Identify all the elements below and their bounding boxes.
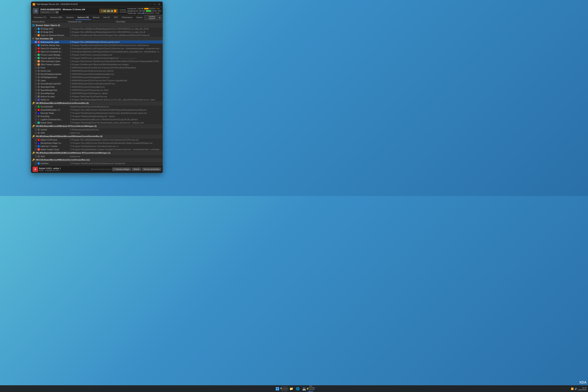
- table-body[interactable]: 🌐 Browser Helper Objects (3) E IEToEdge …: [31, 24, 163, 166]
- table-row[interactable]: O Opera GX scheduled as... C:\Users\joao…: [31, 47, 163, 50]
- table-row[interactable]: ⚙ SecureBootEncodeUEFI C:\WINDOWS\system…: [31, 82, 163, 85]
- row-checkbox[interactable]: [35, 142, 37, 144]
- table-row[interactable]: S SecurityHealth %windir%\system32\Secur…: [31, 105, 163, 108]
- table-row[interactable]: L Logitech Download Assi... C:\Windows\s…: [31, 118, 163, 121]
- table-row[interactable]: N Nearby Share "C:\Program Files\Google\…: [31, 121, 163, 124]
- row-checkbox[interactable]: [35, 67, 37, 68]
- group-browser-helper[interactable]: 🌐 Browser Helper Objects (3): [31, 24, 163, 27]
- table-row[interactable]: E IEToEdge BHO C:\Program Files (x86)\Mi…: [31, 27, 163, 30]
- table-row[interactable]: S Seelen-UI C:\Program Files\WindowsApps…: [31, 98, 163, 102]
- tab-services[interactable]: Services (285): [48, 16, 64, 20]
- row-checkbox[interactable]: [35, 80, 37, 82]
- group-task-scheduler[interactable]: ⏱ Task Scheduler (19): [31, 37, 163, 40]
- minimize-all-btn[interactable]: Minimize all windows: [142, 168, 161, 171]
- tab-diskio[interactable]: Disk I/O: [102, 16, 112, 20]
- table-row[interactable]: O Office Feature Updates ... C:\Program …: [31, 63, 163, 66]
- row-checkbox[interactable]: [35, 106, 37, 108]
- table-row[interactable]: A ActionLauncher_joaoc C:\Program Files …: [31, 40, 163, 44]
- row-checkbox[interactable]: [35, 70, 37, 72]
- table-row[interactable]: P Process Lasso Manage... C:\Program Fil…: [31, 53, 163, 56]
- row-checkbox[interactable]: [35, 148, 37, 150]
- row-checkbox[interactable]: [35, 145, 37, 147]
- group-hkcu-run[interactable]: 🔑 HKCU\Software\Microsoft\Windows\Curren…: [31, 158, 163, 162]
- remove-autoruns-btn[interactable]: Remove checked autoruns: [91, 168, 112, 170]
- app-title: JOAO-HUAWEIXPRO - Windows 11 Home x64: [40, 8, 85, 10]
- table-row[interactable]: ⚙ DXGIAdapterCache C:\WINDOWS\system32\d…: [31, 76, 163, 79]
- table-row[interactable]: W Wondershare Helper Co... "C:\Program F…: [31, 142, 163, 145]
- row-checkbox[interactable]: [35, 54, 37, 56]
- table-row[interactable]: ⚙ Device User C:\WINDOWS\system32\device…: [31, 69, 163, 72]
- tab-network[interactable]: Network: [91, 16, 102, 20]
- table-row[interactable]: P Session agent for Proce... "C:\Program…: [31, 56, 163, 60]
- row-checkbox[interactable]: [35, 28, 37, 30]
- row-checkbox[interactable]: [35, 129, 37, 130]
- row-checkbox[interactable]: [35, 89, 37, 91]
- row-checkbox[interactable]: [35, 118, 37, 120]
- row-checkbox[interactable]: [35, 86, 37, 88]
- row-checkbox[interactable]: [35, 162, 37, 164]
- desktop-explorer-btn[interactable]: Desktop Explorer ⚙: [144, 15, 162, 20]
- group-hklm-wow-winlogon[interactable]: 🔑 HKLM\Software\Wow6432Node\Microsoft\Wi…: [31, 151, 163, 155]
- minimize-window-btn[interactable]: −: [148, 3, 152, 6]
- row-checkbox[interactable]: [35, 41, 37, 43]
- row-checkbox[interactable]: [35, 156, 37, 157]
- row-checkbox[interactable]: [35, 48, 37, 50]
- row-checkbox[interactable]: [35, 139, 37, 141]
- table-row[interactable]: O Office Automatic Updat... C:\Program F…: [31, 60, 163, 63]
- table-row[interactable]: ⚙ Logon C:\WINDOWS\system32\ProvTool.exe…: [31, 79, 163, 82]
- table-row[interactable]: W Recorder Plugin "C:\Program Files\Wond…: [31, 112, 163, 115]
- row-checkbox[interactable]: [35, 73, 37, 75]
- refresh-btn[interactable]: Refresh: [132, 168, 141, 171]
- table-row[interactable]: E IEToEdge BHO C:\Program Files (x86)\Mi…: [31, 30, 163, 34]
- row-checkbox[interactable]: [35, 112, 37, 114]
- group-hklm-winlogon[interactable]: 🔑 HKLM\Software\Microsoft\Windows NT\Cur…: [31, 124, 163, 128]
- table-row[interactable]: P Autorun for joaoc C:\Program Files\Pow…: [31, 95, 163, 98]
- filter-clear-btn[interactable]: ✕: [56, 11, 58, 14]
- row-checkbox[interactable]: [35, 132, 37, 134]
- group-hklm-run[interactable]: 🔑 HKLM\Software\Microsoft\Windows\Curren…: [31, 102, 163, 105]
- row-checkbox[interactable]: [35, 115, 37, 117]
- row-checkbox[interactable]: [35, 31, 37, 33]
- group-hklm-wow-run[interactable]: 🔑 HKLM\Software\Wow6432Node\Microsoft\Wi…: [31, 134, 163, 138]
- elevate-btn[interactable]: 🛡 Elevate privileges: [112, 168, 131, 171]
- table-row[interactable]: ⚙ UserInit C:\Windows\system32\userinit.…: [31, 128, 163, 131]
- row-checkbox[interactable]: [35, 76, 37, 78]
- table-row[interactable]: A Adobe Creative Cloud "C:\Program Files…: [31, 148, 163, 151]
- tab-processes[interactable]: Processes (71): [32, 16, 48, 20]
- row-checkbox[interactable]: [35, 96, 37, 98]
- row-checkbox[interactable]: [35, 109, 37, 111]
- row-checkbox[interactable]: [35, 51, 37, 52]
- table-row[interactable]: A AdobeAAMUpdater-1.0 "C:\Program Files …: [31, 108, 163, 112]
- tab-gpu[interactable]: GPU: [112, 16, 120, 20]
- table-row[interactable]: ⚙ SpaceAgentTask C:\WINDOWS\system32\Spa…: [31, 85, 163, 88]
- close-window-btn[interactable]: ✕: [157, 3, 161, 6]
- table-row[interactable]: O OneDrive Startup Task... C:\Program Fi…: [31, 44, 163, 47]
- row-checkbox[interactable]: [35, 83, 37, 84]
- table-row[interactable]: ⚙ Proxy C:\WINDOWS\system32\rundll32.exe…: [31, 66, 163, 69]
- table-row[interactable]: i Intel® Arc™ Control "C:\Program Files\…: [31, 145, 163, 148]
- tab-autoruns[interactable]: Autoruns (48): [76, 16, 91, 20]
- table-row[interactable]: A Adobe CCXProcess C:\Program Files (x86…: [31, 138, 163, 142]
- row-checkbox[interactable]: [35, 92, 37, 94]
- table-row[interactable]: ⚙ DirectXDatabaseUpdater C:\WINDOWS\syst…: [31, 72, 163, 76]
- row-checkbox[interactable]: [35, 122, 37, 124]
- table-row[interactable]: M Skype for Business Browser... C:\Progr…: [31, 34, 163, 37]
- tab-sessions[interactable]: Sessions: [64, 16, 76, 20]
- maximize-window-btn[interactable]: □: [152, 3, 156, 6]
- table-row[interactable]: ⚙ Shell explorer.exe: [31, 131, 163, 134]
- tab-system[interactable]: System: [134, 16, 144, 20]
- row-checkbox[interactable]: [35, 57, 37, 59]
- table-row[interactable]: ⚙ QueueReporting C:\WINDOWS\system32\wer…: [31, 92, 163, 95]
- row-checkbox[interactable]: [35, 64, 37, 66]
- row-checkbox[interactable]: [35, 99, 37, 101]
- row-checkbox[interactable]: [35, 44, 37, 46]
- table-row[interactable]: E Everything "C:\Program Files\Everythin…: [31, 115, 163, 118]
- table-row[interactable]: O Opera GX scheduled Au... C:\Users\joao…: [31, 50, 163, 53]
- table-row[interactable]: ⚙ SpaceManagerTask C:\WINDOWS\system32\s…: [31, 88, 163, 92]
- name-filter-input[interactable]: [40, 11, 55, 14]
- table-row[interactable]: ⚙ Shell explorer.exe: [31, 155, 163, 158]
- row-checkbox[interactable]: [35, 60, 37, 62]
- table-row[interactable]: O OneDrive "C:\Program Files\Microsoft O…: [31, 162, 163, 165]
- tab-performance[interactable]: Performance: [120, 16, 134, 20]
- row-checkbox[interactable]: [35, 34, 37, 36]
